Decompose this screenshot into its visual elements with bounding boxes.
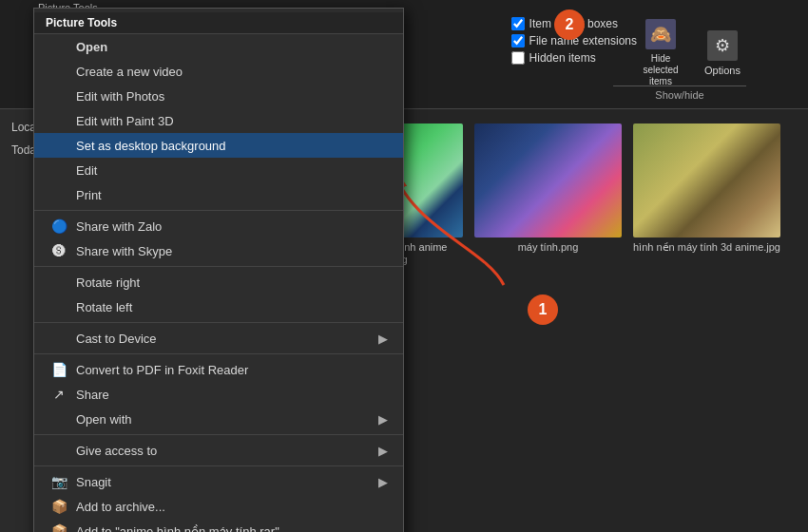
file-name-extensions-checkbox[interactable] [511, 34, 525, 48]
menu-edit-photos-label: Edit with Photos [76, 89, 164, 104]
options-icon: ⚙ [707, 30, 738, 61]
step-1-circle: 1 [528, 294, 558, 325]
zalo-icon: 🔵 [49, 218, 68, 234]
menu-add-archive-label: Add to archive... [76, 500, 165, 514]
rotate-left-icon [49, 299, 68, 314]
context-menu-title: Picture Tools [34, 12, 403, 34]
menu-cast-label: Cast to Device [76, 332, 157, 346]
give-access-submenu-arrow: ▶ [378, 444, 388, 458]
menu-set-desktop-bg[interactable]: Set as desktop background [34, 133, 403, 158]
menu-snagit[interactable]: 📷 Snagit ▶ [34, 469, 403, 494]
hidden-items-row: Hidden items [511, 51, 637, 65]
options-button[interactable]: ⚙ Options [694, 14, 751, 92]
give-access-icon [49, 443, 68, 458]
separator-6 [34, 466, 403, 466]
menu-edit-label: Edit [76, 163, 97, 178]
context-menu: Picture Tools Open Create a new video Ed… [33, 8, 404, 532]
share-icon: ↗ [49, 387, 68, 402]
menu-add-archive[interactable]: 📦 Add to archive... [34, 494, 403, 519]
pdf-icon: 📄 [49, 362, 68, 377]
edit-icon [49, 162, 68, 178]
step-1-number: 1 [539, 301, 548, 318]
menu-convert-pdf-label: Convert to PDF in Foxit Reader [76, 363, 248, 377]
hide-selected-button[interactable]: 🙈 Hide selecteditems [632, 14, 689, 92]
menu-edit-photos[interactable]: Edit with Photos [34, 84, 403, 108]
rotate-right-icon [49, 275, 68, 290]
thumb-3d-anime-img [633, 124, 780, 238]
thumb-3d-anime[interactable]: hình nền máy tính 3d anime.jpg [633, 124, 780, 265]
separator-4 [34, 353, 403, 354]
add-archive-icon: 📦 [49, 499, 68, 514]
menu-create-video[interactable]: Create a new video [34, 59, 403, 84]
edit-photos-icon [49, 88, 68, 104]
thumb-3d-anime-label: hình nền máy tính 3d anime.jpg [633, 241, 780, 254]
separator-3 [34, 322, 403, 323]
menu-give-access-label: Give access to [76, 444, 157, 458]
file-name-extensions-label: File name extensions [529, 34, 637, 48]
menu-rotate-right[interactable]: Rotate right [34, 270, 403, 294]
cast-submenu-arrow: ▶ [378, 332, 388, 346]
add-rar-icon: 📦 [49, 523, 68, 532]
step-2-number: 2 [566, 16, 574, 33]
thumb-kiki-label: máy tính.png [518, 241, 579, 253]
create-video-icon [49, 64, 68, 79]
print-icon [49, 187, 68, 202]
hidden-items-label: Hidden items [529, 51, 596, 65]
menu-rotate-right-label: Rotate right [76, 276, 140, 290]
menu-open-with-label: Open with [76, 412, 132, 427]
snagit-submenu-arrow: ▶ [378, 475, 388, 489]
menu-share-skype[interactable]: 🅢 Share with Skype [34, 238, 403, 263]
open-with-icon [49, 411, 68, 427]
hidden-items-checkbox[interactable] [511, 51, 525, 65]
separator-5 [34, 434, 403, 435]
menu-edit-paint3d[interactable]: Edit with Paint 3D [34, 108, 403, 133]
menu-share-label: Share [76, 388, 109, 402]
menu-convert-pdf[interactable]: 📄 Convert to PDF in Foxit Reader [34, 357, 403, 382]
menu-create-video-label: Create a new video [76, 65, 183, 79]
menu-share-skype-label: Share with Skype [76, 244, 172, 258]
menu-set-desktop-bg-label: Set as desktop background [76, 139, 226, 153]
options-label: Options [704, 65, 741, 76]
menu-add-rar-label: Add to "anime hình nền máy tính.rar" [76, 524, 279, 533]
open-icon [49, 39, 68, 54]
menu-open-with[interactable]: Open with ▶ [34, 407, 403, 431]
menu-edit-paint3d-label: Edit with Paint 3D [76, 114, 174, 128]
menu-cast[interactable]: Cast to Device ▶ [34, 326, 403, 351]
menu-give-access[interactable]: Give access to ▶ [34, 438, 403, 463]
menu-snagit-label: Snagit [76, 475, 111, 489]
step-2-circle: 2 [554, 10, 585, 40]
thumb-kiki[interactable]: máy tính.png [474, 124, 622, 265]
hide-selected-icon: 🙈 [645, 19, 676, 49]
menu-open-label: Open [76, 40, 107, 54]
menu-share[interactable]: ↗ Share [34, 382, 403, 407]
hide-selected-label: Hide selecteditems [637, 53, 684, 87]
menu-edit[interactable]: Edit [34, 158, 403, 182]
separator-2 [34, 266, 403, 267]
ribbon-btn-group: 🙈 Hide selecteditems ⚙ Options [632, 14, 751, 92]
menu-open[interactable]: Open [34, 34, 403, 59]
menu-add-rar[interactable]: 📦 Add to "anime hình nền máy tính.rar" [34, 519, 403, 532]
show-hide-section-label: Show/hide [613, 86, 746, 101]
item-check-boxes-checkbox[interactable] [511, 17, 525, 30]
separator-1 [34, 210, 403, 211]
menu-print-label: Print [76, 188, 102, 202]
menu-share-zalo[interactable]: 🔵 Share with Zalo [34, 214, 403, 238]
cast-icon [49, 331, 68, 346]
edit-paint3d-icon [49, 113, 68, 128]
menu-rotate-left[interactable]: Rotate left [34, 294, 403, 319]
menu-rotate-left-label: Rotate left [76, 300, 132, 314]
thumb-kiki-img [474, 124, 622, 238]
open-with-submenu-arrow: ▶ [378, 412, 388, 427]
menu-print[interactable]: Print [34, 182, 403, 207]
set-desktop-bg-icon [49, 138, 68, 153]
skype-icon: 🅢 [49, 243, 68, 258]
snagit-icon: 📷 [49, 474, 68, 489]
menu-share-zalo-label: Share with Zalo [76, 219, 162, 234]
